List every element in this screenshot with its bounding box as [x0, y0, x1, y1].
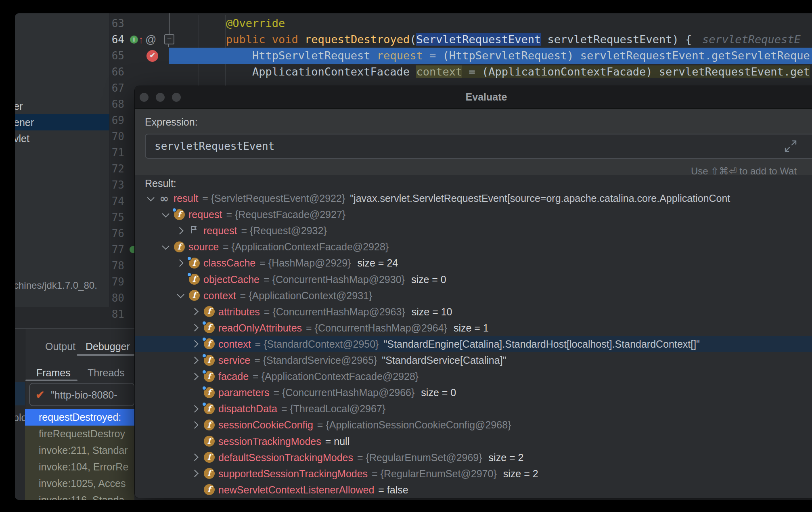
tree-row[interactable]: fclassCache= {HashMap@2929}size = 24	[135, 255, 812, 271]
override-marker-icon[interactable]: I	[130, 36, 138, 44]
expand-editor-icon[interactable]	[784, 139, 797, 153]
active-subtab-underline	[25, 380, 77, 381]
node-icon-slot: f	[172, 241, 187, 252]
variable-type: = {StandardService@2965}	[254, 352, 377, 368]
code-token: public	[226, 33, 266, 46]
field-icon: f	[204, 306, 215, 317]
stack-frame-row[interactable]: invoke:104, ErrorRe	[25, 459, 134, 475]
variable-type: = {RequestFacade@2927}	[226, 206, 345, 222]
tree-row[interactable]: fsessionTrackingModes= null	[135, 433, 812, 449]
stack-frame-row[interactable]: invoke:116, Standa	[25, 492, 134, 500]
tree-row[interactable]: fdispatchData= {ThreadLocal@2967}	[135, 401, 812, 417]
field-icon: f	[204, 452, 215, 463]
variable-name: defaultSessionTrackingModes	[218, 449, 353, 466]
chevron-right-icon[interactable]	[176, 259, 183, 266]
tab-output[interactable]: Output	[45, 340, 75, 353]
editor-line[interactable]: 64I↑@−public void requestDestroyed(Servl…	[15, 31, 812, 48]
chevron-down-icon[interactable]	[162, 242, 169, 250]
tree-row[interactable]: ∞result= {ServletRequestEvent@2922}"java…	[135, 190, 812, 206]
chevron-right-icon[interactable]	[191, 453, 198, 461]
field-icon: f	[204, 387, 215, 398]
expander-slot	[143, 196, 157, 201]
tree-row[interactable]: ffacade= {ApplicationContextFacade@2928}	[135, 368, 812, 384]
minimize-button[interactable]	[156, 93, 165, 102]
project-item-label: ener	[15, 117, 34, 128]
expression-value: servletRequestEvent	[155, 134, 274, 158]
chevron-right-icon[interactable]	[191, 373, 198, 380]
variable-type: = {ConcurrentHashMap@2930}	[264, 271, 405, 287]
tree-row[interactable]: fnewServletContextListenerAllowed= false	[135, 482, 812, 498]
collection-size: size = 0	[411, 271, 446, 287]
variable-name: sessionCookieConfig	[218, 417, 313, 433]
node-icon-slot: f	[201, 306, 217, 317]
subtab-frames[interactable]: Frames	[36, 366, 71, 379]
field-icon: f	[204, 338, 215, 349]
project-tree-panel: erenervlet chines/jdk1.7.0_80.	[15, 13, 110, 307]
tree-row[interactable]: request= {Request@2932}	[135, 222, 812, 239]
project-item[interactable]: er	[15, 98, 109, 114]
jdk-path-node[interactable]: chines/jdk1.7.0_80.	[15, 279, 97, 292]
expander-slot	[173, 228, 186, 233]
expression-input[interactable]: servletRequestEvent	[145, 134, 812, 159]
node-icon-slot: f	[201, 452, 217, 463]
close-button[interactable]	[140, 93, 149, 102]
fold-marker-icon[interactable]: −	[164, 34, 174, 44]
result-panel: Result: ∞result= {ServletRequestEvent@29…	[135, 175, 812, 498]
tree-row[interactable]: fsource= {ApplicationContextFacade@2928}	[135, 239, 812, 255]
tab-debugger[interactable]: Debugger	[86, 340, 130, 353]
stack-frame-row[interactable]: invoke:211, Standar	[25, 442, 134, 459]
variable-name: readOnlyAttributes	[218, 320, 302, 336]
editor-line[interactable]: 65✔HttpServletRequest request = (HttpSer…	[15, 48, 812, 64]
collection-size: size = 2	[503, 466, 538, 482]
project-item-label: er	[15, 101, 23, 112]
variable-name: newServletContextListenerAllowed	[218, 482, 374, 498]
chevron-right-icon[interactable]	[191, 324, 198, 332]
final-field-dot-icon	[202, 337, 207, 342]
tree-row[interactable]: fattributes= {ConcurrentHashMap@2963}siz…	[135, 304, 812, 320]
tree-row[interactable]: fservice= {StandardService@2965}"Standar…	[135, 352, 812, 368]
stack-frame-row[interactable]: fireRequestDestroy	[25, 426, 134, 442]
tree-row[interactable]: fparameters= {ConcurrentHashMap@2966}siz…	[135, 384, 812, 401]
node-icon-slot: f	[201, 468, 217, 479]
tree-row[interactable]: fsupportedSessionTrackingModes= {Regular…	[135, 466, 812, 482]
node-icon-slot: f	[201, 436, 217, 447]
final-field-dot-icon	[202, 369, 207, 374]
expander-slot	[188, 455, 201, 460]
collection-size: size = 24	[357, 255, 398, 271]
zoom-button[interactable]	[172, 93, 181, 102]
chevron-down-icon[interactable]	[177, 291, 184, 298]
chevron-right-icon[interactable]	[191, 340, 198, 348]
thread-name: "http-bio-8080-	[51, 387, 117, 403]
editor-line[interactable]: 66ApplicationContextFacade context = (Ap…	[15, 64, 812, 80]
chevron-right-icon[interactable]	[191, 405, 198, 412]
chevron-right-icon[interactable]	[176, 227, 183, 234]
thread-selector-dropdown[interactable]: ✔ "http-bio-8080-	[29, 383, 135, 406]
variable-type: = {ApplicationContextFacade@2928}	[223, 239, 389, 255]
field-icon: f	[189, 274, 200, 285]
subtab-threads[interactable]: Threads	[88, 366, 125, 379]
dialog-title: Evaluate	[135, 86, 812, 108]
variable-name: supportedSessionTrackingModes	[218, 466, 368, 482]
inline-debugger-hint: servletRequestE	[702, 31, 801, 48]
tree-row[interactable]: fcontext= {ApplicationContext@2931}	[135, 287, 812, 304]
chevron-right-icon[interactable]	[191, 357, 198, 364]
stack-frame-row[interactable]: invoke:1025, Acces	[25, 475, 134, 492]
chevron-right-icon[interactable]	[191, 421, 198, 428]
selected-stack-frame[interactable]: requestDestroyed:	[25, 409, 134, 426]
tree-row[interactable]: fcontext= {StandardContext@2950}"Standar…	[135, 336, 812, 352]
chevron-down-icon[interactable]	[162, 210, 169, 217]
expression-label: Expression:	[145, 116, 198, 128]
project-item[interactable]: vlet	[15, 130, 109, 147]
line-number[interactable]: 81	[15, 306, 124, 322]
tree-row[interactable]: frequest= {RequestFacade@2927}	[135, 206, 812, 222]
tree-row[interactable]: fdefaultSessionTrackingModes= {RegularEn…	[135, 449, 812, 466]
chevron-right-icon[interactable]	[191, 470, 198, 477]
tree-row[interactable]: fobjectCache= {ConcurrentHashMap@2930}si…	[135, 271, 812, 287]
tree-row[interactable]: freadOnlyAttributes= {ConcurrentHashMap@…	[135, 320, 812, 336]
breakpoint-icon[interactable]: ✔	[146, 50, 158, 62]
chevron-right-icon[interactable]	[191, 308, 198, 315]
editor-line[interactable]: 63@Override	[15, 15, 812, 31]
tree-row[interactable]: fsessionCookieConfig= {ApplicationSessio…	[135, 417, 812, 433]
project-item[interactable]: ener	[15, 114, 109, 130]
chevron-down-icon[interactable]	[147, 194, 154, 201]
